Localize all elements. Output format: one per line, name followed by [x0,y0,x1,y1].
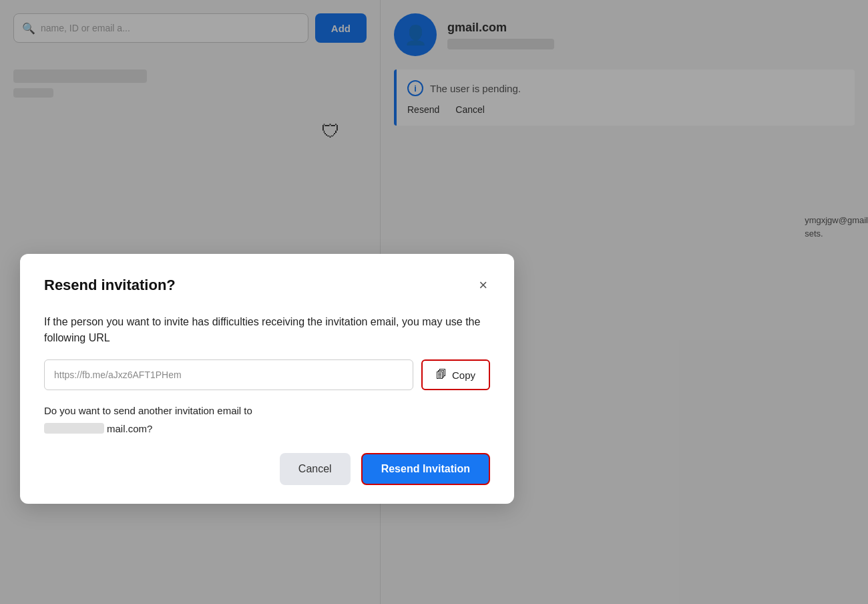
resend-invitation-button[interactable]: Resend Invitation [361,453,490,485]
modal-header: Resend invitation? × [44,275,490,295]
modal-description: If the person you want to invite has dif… [44,314,490,346]
copy-button-label: Copy [452,369,475,381]
url-input[interactable] [44,359,413,390]
blurred-email-row: mail.com? [44,423,490,434]
cancel-button[interactable]: Cancel [280,453,351,485]
modal-title: Resend invitation? [44,277,176,294]
blurred-email-chunk [44,423,104,434]
email-suffix: mail.com? [107,423,152,434]
copy-icon: 🗐 [436,369,447,381]
resend-invitation-modal: Resend invitation? × If the person you w… [20,254,514,504]
modal-overlay: Resend invitation? × If the person you w… [0,0,868,604]
close-button[interactable]: × [476,275,490,295]
modal-footer: Cancel Resend Invitation [44,453,490,485]
copy-button[interactable]: 🗐 Copy [421,359,490,390]
url-row: 🗐 Copy [44,359,490,390]
modal-question: Do you want to send another invitation e… [44,404,490,419]
